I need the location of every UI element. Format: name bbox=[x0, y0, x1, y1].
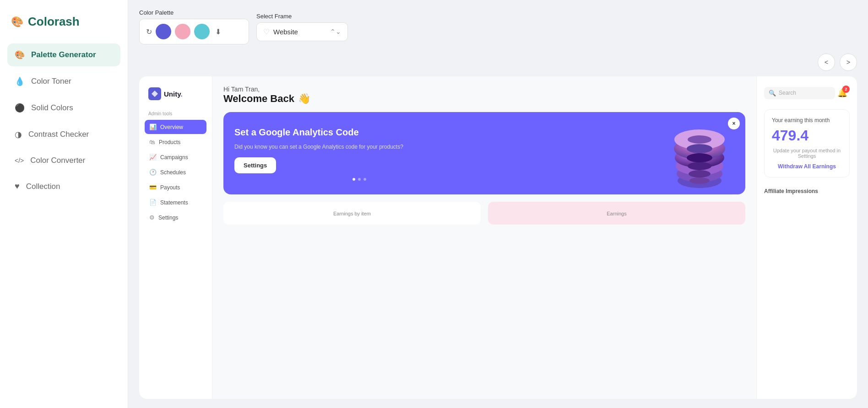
monthly-earnings-card: Your earning this month 479.4 Update you… bbox=[764, 109, 850, 177]
sidebar-item-collection[interactable]: ♥ Collection bbox=[7, 175, 120, 198]
notification-badge: 2 bbox=[842, 86, 850, 93]
greeting-welcome: Welcome Back 👋 bbox=[223, 93, 745, 105]
sidebar-item-contrast-checker[interactable]: ◑ Contrast Checker bbox=[7, 123, 120, 146]
sidebar-item-solid-colors[interactable]: ⚫ Solid Colors bbox=[7, 97, 120, 119]
search-bar[interactable]: 🔍 Search bbox=[764, 87, 835, 99]
inner-bottom-row: Earnings by item Earnings bbox=[223, 202, 745, 225]
app-name: Colorash bbox=[28, 15, 80, 29]
sidebar-item-label: Palette Generator bbox=[31, 50, 96, 59]
sidebar-item-label: Color Toner bbox=[31, 77, 71, 86]
svg-point-8 bbox=[689, 170, 711, 177]
solid-colors-icon: ⚫ bbox=[15, 103, 25, 113]
earnings-label: Earnings bbox=[607, 211, 626, 216]
banner-card: Set a Google Analytics Code Did you know… bbox=[223, 112, 745, 194]
palette-bar: ↻ ⬇ bbox=[139, 19, 249, 44]
earnings-by-item-label: Earnings by item bbox=[333, 211, 371, 216]
withdraw-all-button[interactable]: Withdraw All Earnings bbox=[772, 163, 842, 170]
color-swatch-1[interactable] bbox=[156, 24, 171, 39]
products-icon: 🛍 bbox=[149, 139, 155, 145]
preview-navigation: < > bbox=[139, 54, 857, 71]
inner-nav-label: Payouts bbox=[160, 184, 180, 191]
banner-title: Set a Google Analytics Code bbox=[234, 126, 484, 138]
color-converter-icon: </> bbox=[15, 157, 24, 164]
earnings-amount: 479.4 bbox=[772, 127, 842, 144]
download-icon[interactable]: ⬇ bbox=[215, 27, 221, 36]
inner-right-panel: 🔍 Search 🔔 2 Your earning this month 479… bbox=[756, 76, 857, 399]
affiliate-impressions-section: Affiliate Impressions bbox=[764, 187, 850, 195]
svg-point-7 bbox=[689, 177, 710, 184]
inner-nav-label: Products bbox=[159, 139, 180, 145]
svg-point-10 bbox=[687, 153, 712, 162]
palette-label: Color Palette bbox=[139, 9, 249, 16]
inner-sidebar: Unity. Admin tools 📊 Overview 🛍 Products… bbox=[139, 76, 212, 399]
inner-nav-item-campaigns[interactable]: 📈 Campaigns bbox=[145, 150, 206, 164]
frame-select[interactable]: ♡ Website ⌃⌄ bbox=[256, 22, 348, 41]
dot-1 bbox=[353, 178, 355, 181]
overview-icon: 📊 bbox=[149, 123, 157, 130]
banner-dots bbox=[234, 178, 484, 181]
frame-select-inner: ♡ Website bbox=[263, 27, 298, 36]
dot-2 bbox=[358, 178, 361, 181]
inner-logo-text: Unity. bbox=[164, 90, 183, 98]
banner-description: Did you know you can set a Google Analyt… bbox=[234, 143, 484, 151]
logo-icon: 🎨 bbox=[11, 16, 23, 28]
inner-nav-item-schedules[interactable]: 🕐 Schedules bbox=[145, 165, 206, 179]
earnings-month-label: Your earning this month bbox=[772, 117, 842, 123]
notification-button[interactable]: 🔔 2 bbox=[835, 86, 850, 100]
payouts-icon: 💳 bbox=[149, 184, 157, 191]
refresh-icon[interactable]: ↻ bbox=[146, 27, 152, 36]
frame-label: Select Frame bbox=[256, 13, 348, 20]
sidebar-item-palette-generator[interactable]: 🎨 Palette Generator bbox=[7, 43, 120, 66]
svg-point-11 bbox=[687, 144, 712, 153]
search-icon: 🔍 bbox=[769, 90, 776, 97]
app-logo: 🎨 Colorash bbox=[7, 11, 120, 40]
inner-nav-label: Overview bbox=[160, 124, 183, 130]
preview-frame: Unity. Admin tools 📊 Overview 🛍 Products… bbox=[139, 76, 857, 399]
inner-app: Unity. Admin tools 📊 Overview 🛍 Products… bbox=[139, 76, 857, 399]
nav-forward-button[interactable]: > bbox=[840, 54, 857, 71]
color-swatch-3[interactable] bbox=[194, 24, 210, 39]
right-panel-header: 🔍 Search 🔔 2 bbox=[764, 86, 850, 100]
inner-nav-item-overview[interactable]: 📊 Overview bbox=[145, 120, 206, 134]
svg-point-9 bbox=[688, 162, 711, 170]
main-content: Color Palette ↻ ⬇ Select Frame ♡ Website… bbox=[128, 0, 868, 408]
schedules-icon: 🕐 bbox=[149, 169, 157, 176]
affiliate-impressions-label: Affiliate Impressions bbox=[764, 188, 818, 194]
main-sidebar: 🎨 Colorash 🎨 Palette Generator 💧 Color T… bbox=[0, 0, 128, 408]
svg-point-12 bbox=[688, 135, 711, 144]
inner-nav-item-payouts[interactable]: 💳 Payouts bbox=[145, 180, 206, 194]
sidebar-item-label: Collection bbox=[26, 182, 60, 191]
inner-nav-item-products[interactable]: 🛍 Products bbox=[145, 135, 206, 149]
inner-nav-label: Campaigns bbox=[160, 154, 188, 161]
color-swatch-2[interactable] bbox=[175, 24, 190, 39]
nav-back-button[interactable]: < bbox=[818, 54, 835, 71]
inner-nav-item-settings[interactable]: ⚙ Settings bbox=[145, 210, 206, 225]
earnings-by-item-card: Earnings by item bbox=[223, 202, 481, 225]
palette-generator-icon: 🎨 bbox=[15, 50, 25, 60]
search-placeholder: Search bbox=[779, 90, 796, 96]
frame-section: Select Frame ♡ Website ⌃⌄ bbox=[256, 13, 348, 41]
inner-nav-item-statements[interactable]: 📄 Statements bbox=[145, 195, 206, 209]
banner-settings-button[interactable]: Settings bbox=[234, 157, 276, 173]
earnings-card-pink: Earnings bbox=[488, 202, 745, 225]
admin-tools-label: Admin tools bbox=[145, 111, 206, 116]
color-toner-icon: 💧 bbox=[15, 76, 25, 86]
toolbar: Color Palette ↻ ⬇ Select Frame ♡ Website… bbox=[139, 9, 857, 44]
payout-text: Update your payout method in Settings bbox=[772, 148, 842, 159]
frame-select-text: Website bbox=[273, 28, 298, 36]
sidebar-item-color-converter[interactable]: </> Color Converter bbox=[7, 150, 120, 172]
inner-nav-label: Statements bbox=[160, 199, 188, 206]
collection-icon: ♥ bbox=[15, 182, 20, 191]
statements-icon: 📄 bbox=[149, 199, 157, 206]
dot-3 bbox=[363, 178, 366, 181]
campaigns-icon: 📈 bbox=[149, 154, 157, 161]
sidebar-item-label: Solid Colors bbox=[31, 103, 73, 113]
banner-content: Set a Google Analytics Code Did you know… bbox=[234, 126, 484, 181]
sidebar-item-color-toner[interactable]: 💧 Color Toner bbox=[7, 70, 120, 93]
sidebar-item-label: Contrast Checker bbox=[28, 130, 89, 139]
greeting-hi: Hi Tam Tran, bbox=[223, 86, 745, 93]
inner-main-content: Hi Tam Tran, Welcome Back 👋 Set a Google… bbox=[212, 76, 756, 399]
inner-app-logo: Unity. bbox=[145, 87, 206, 100]
inner-nav-label: Settings bbox=[158, 215, 178, 221]
banner-illustration bbox=[663, 117, 736, 190]
